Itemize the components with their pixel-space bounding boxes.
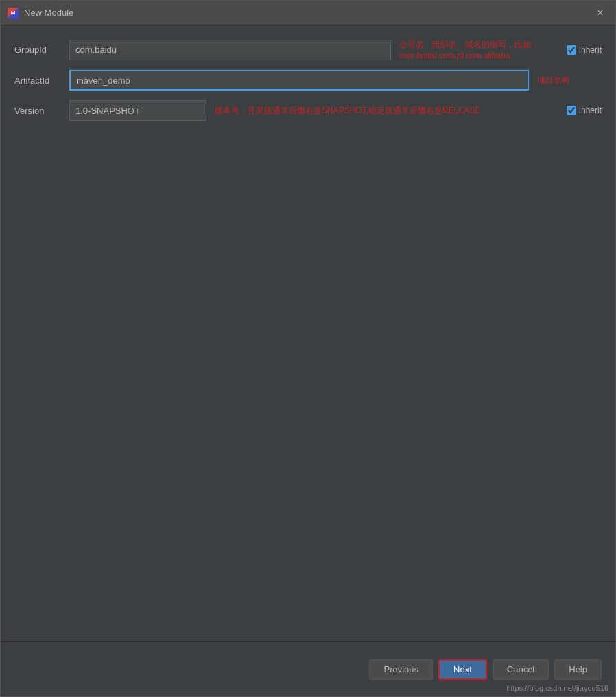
cancel-button[interactable]: Cancel [493,659,549,680]
groupid-inherit-wrapper: Inherit [567,45,602,55]
dialog-window: M New Module × GroupId 公司名、组织名、域名的倒写，比如：… [0,0,616,697]
version-hint: 版本号，开发版通常后缀名是SNAPSHOT,稳定版通常后缀名是RELEASE [215,105,480,117]
groupid-inherit-label: Inherit [579,45,602,55]
artifactid-input[interactable] [69,70,529,91]
artifactid-input-wrapper: 项目名称 [69,70,602,91]
artifactid-label: ArtifactId [14,75,69,86]
help-button[interactable]: Help [554,659,602,680]
footer-url: https://blog.csdn.net/jiayou516 [506,684,608,692]
next-button[interactable]: Next [438,659,487,680]
close-button[interactable]: × [592,5,608,21]
content-area: GroupId 公司名、组织名、域名的倒写，比如：com.baidu com.j… [1,25,615,641]
version-inherit-label: Inherit [579,106,602,115]
bottom-bar: Previous Next Cancel Help https://blog.c… [1,641,615,696]
module-icon: M [8,8,19,19]
title-bar-left: M New Module [8,8,73,19]
version-inherit-checkbox[interactable] [567,106,576,115]
title-bar: M New Module × [1,1,615,25]
groupid-input-wrapper: 公司名、组织名、域名的倒写，比如：com.baidu com.jd com.al… [69,39,561,60]
version-row: Version 版本号，开发版通常后缀名是SNAPSHOT,稳定版通常后缀名是R… [14,100,602,121]
version-label: Version [14,106,69,116]
version-input-wrapper: 版本号，开发版通常后缀名是SNAPSHOT,稳定版通常后缀名是RELEASE [69,100,561,121]
artifactid-row: ArtifactId 项目名称 [14,70,602,91]
groupid-row: GroupId 公司名、组织名、域名的倒写，比如：com.baidu com.j… [14,39,602,60]
groupid-label: GroupId [14,45,69,55]
groupid-hint: 公司名、组织名、域名的倒写，比如：com.baidu com.jd com.al… [399,39,561,60]
artifactid-hint: 项目名称 [537,75,570,86]
groupid-inherit-checkbox[interactable] [567,45,576,55]
groupid-input[interactable] [69,40,391,60]
previous-button[interactable]: Previous [369,659,433,680]
window-title: New Module [24,8,73,18]
version-input[interactable] [69,100,206,121]
version-inherit-wrapper: Inherit [567,106,602,115]
